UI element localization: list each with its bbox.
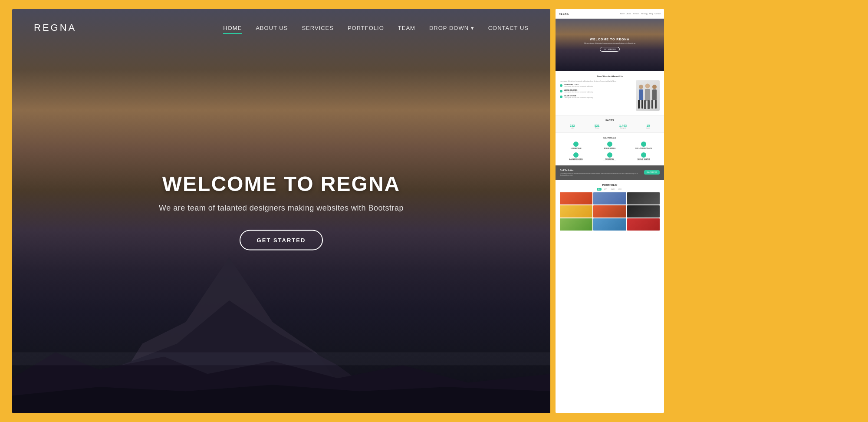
svg-rect-15 bbox=[651, 100, 653, 109]
thumb-portfolio-item-6 bbox=[627, 205, 660, 218]
svg-rect-4 bbox=[12, 353, 550, 366]
thumb-feature-dot-2 bbox=[560, 90, 562, 92]
thumb-service-icon-6 bbox=[641, 152, 646, 158]
thumb-feature-dot-1 bbox=[560, 84, 562, 87]
thumb-cta-text: Call To Action Far far away behind the w… bbox=[560, 169, 642, 176]
thumb-service-icon-2 bbox=[607, 142, 612, 147]
thumb-service-text-4: Lorem ipsum dolor sit amet bbox=[560, 160, 592, 162]
thumb-about-title: Few Words About Us bbox=[560, 75, 660, 78]
thumb-fact-num-2: 521 bbox=[595, 124, 600, 127]
thumb-feature-sub-3: Lorem ipsum dolor sit amet consectetur a… bbox=[564, 97, 593, 99]
thumb-fact-1: 232 Labe bbox=[570, 124, 575, 129]
get-started-button[interactable]: GET STARTED bbox=[240, 230, 323, 251]
thumb-portfolio-section: PORTFOLIO ALL APP CARD WEB bbox=[556, 180, 664, 234]
thumb-nav-services: Services bbox=[633, 13, 639, 15]
nav-item-services[interactable]: SERVICES bbox=[302, 24, 334, 32]
thumb-cta-banner: Call To Action Far far away behind the w… bbox=[556, 165, 664, 180]
thumb-fact-label-2: Repas bbox=[595, 127, 600, 129]
thumb-services-grid: LOREM IPSUM Lorem ipsum dolor sit amet D… bbox=[560, 142, 660, 162]
svg-rect-7 bbox=[638, 100, 640, 109]
svg-rect-11 bbox=[644, 100, 646, 109]
thumb-hero: WELCOME TO REGNA We are team of talanted… bbox=[556, 19, 664, 71]
thumb-facts-grid: 232 Labe 521 Repas 1,463 Cumquest 15 Asp… bbox=[560, 124, 660, 129]
thumb-team-image bbox=[636, 80, 660, 111]
svg-rect-8 bbox=[641, 100, 643, 109]
nav-item-portfolio[interactable]: PORTFOLIO bbox=[348, 24, 384, 32]
nav-links: HOME ABOUT US SERVICES PORTFOLIO TEAM DR… bbox=[223, 24, 529, 32]
thumb-portfolio-item-2 bbox=[593, 192, 626, 204]
thumb-service-text-2: Lorem ipsum dolor sit amet bbox=[594, 149, 626, 151]
thumb-hero-title: WELCOME TO REGNA bbox=[590, 38, 629, 41]
thumb-fact-label-4: Asper bbox=[647, 127, 650, 129]
thumb-service-icon-5 bbox=[607, 152, 612, 158]
thumb-cta-banner-button: CALL TO ACTION bbox=[644, 170, 660, 175]
navbar: REGNA HOME ABOUT US SERVICES PORTFOLIO T… bbox=[12, 9, 550, 46]
thumb-service-2: DOLOR SITREA Lorem ipsum dolor sit amet bbox=[594, 142, 626, 151]
right-panel-thumbnail: REGNA Home About Services Strategy Blog … bbox=[556, 9, 664, 413]
thumb-nav-home: Home bbox=[620, 13, 625, 15]
svg-rect-6 bbox=[639, 89, 643, 100]
nav-item-dropdown[interactable]: DROP DOWN bbox=[429, 24, 474, 32]
hero-title: WELCOME TO REGNA bbox=[66, 172, 496, 196]
thumb-service-4: MAGNA DOLORES Lorem ipsum dolor sit amet bbox=[560, 152, 592, 162]
thumb-facts-section: FACTS 232 Labe 521 Repas 1,463 Cumquest … bbox=[556, 115, 664, 132]
thumb-feature-3: DOLOR SIT ITEM Lorem ipsum dolor sit ame… bbox=[560, 95, 633, 99]
thumb-filter-all: ALL bbox=[597, 188, 602, 191]
thumb-service-icon-1 bbox=[573, 142, 579, 147]
svg-point-13 bbox=[652, 85, 657, 89]
thumb-nav-contact: Contact bbox=[654, 13, 661, 15]
thumb-facts-title: FACTS bbox=[560, 119, 660, 122]
thumb-portfolio-grid bbox=[560, 192, 660, 231]
thumb-feature-sub-1: Lorem ipsum dolor sit amet consectetur a… bbox=[564, 86, 593, 88]
thumb-hero-sub: We are team of talanted designers making… bbox=[580, 42, 640, 44]
thumb-service-5: NEMO ENIM Lorem ipsum dolor sit amet bbox=[594, 152, 626, 162]
thumb-fact-4: 15 Asper bbox=[647, 124, 650, 129]
thumb-service-1: LOREM IPSUM Lorem ipsum dolor sit amet bbox=[560, 142, 592, 151]
nav-item-team[interactable]: TEAM bbox=[398, 24, 415, 32]
thumb-portfolio-item-3 bbox=[627, 192, 660, 204]
nav-item-about[interactable]: ABOUT US bbox=[256, 24, 288, 32]
thumb-feature-dot-3 bbox=[560, 96, 562, 98]
thumb-navbar: REGNA Home About Services Strategy Blog … bbox=[556, 9, 664, 19]
thumb-services-title: SERVICES bbox=[560, 136, 660, 139]
thumb-fact-label-1: Labe bbox=[570, 127, 575, 129]
thumb-nav-strategy: Strategy bbox=[641, 13, 648, 15]
thumb-feature-sub-2: Lorem ipsum dolor sit amet consectetur a… bbox=[564, 92, 593, 93]
svg-marker-3 bbox=[12, 385, 550, 413]
thumb-fact-num-4: 15 bbox=[647, 124, 650, 127]
thumb-filter-web: WEB bbox=[617, 188, 623, 191]
thumb-portfolio-filters: ALL APP CARD WEB bbox=[560, 188, 660, 191]
thumb-service-icon-3 bbox=[641, 142, 646, 147]
thumb-about-section: Few Words About Us Lorem ipsum dolor sit… bbox=[556, 71, 664, 115]
thumb-cta-banner-sub: Far far away behind the word mountains f… bbox=[560, 173, 642, 176]
thumb-service-text-5: Lorem ipsum dolor sit amet bbox=[594, 160, 626, 162]
thumb-portfolio-item-5 bbox=[593, 205, 626, 218]
thumb-portfolio-item-7 bbox=[560, 218, 592, 231]
thumb-filter-card: CARD bbox=[610, 188, 616, 191]
thumb-about-para: Lorem ipsum dolor sit amet consectetur a… bbox=[560, 80, 633, 82]
thumb-fact-2: 521 Repas bbox=[595, 124, 600, 129]
thumb-feature-2: MAGNA DOLORES Lorem ipsum dolor sit amet… bbox=[560, 89, 633, 93]
thumb-brand: REGNA bbox=[559, 13, 569, 15]
thumb-portfolio-item-8 bbox=[593, 218, 626, 231]
thumb-service-text-6: Lorem ipsum dolor sit amet bbox=[628, 160, 660, 162]
thumb-fact-3: 1,463 Cumquest bbox=[619, 124, 627, 129]
nav-item-contact[interactable]: CONTACT US bbox=[488, 24, 529, 32]
svg-point-5 bbox=[639, 85, 643, 89]
thumb-feature-1: EXPANDERE TUTAS Lorem ipsum dolor sit am… bbox=[560, 84, 633, 88]
thumb-filter-app: APP bbox=[603, 188, 608, 191]
thumb-fact-num-1: 232 bbox=[570, 124, 575, 127]
thumb-portfolio-item-9 bbox=[627, 218, 660, 231]
svg-point-9 bbox=[645, 84, 650, 89]
thumb-service-text-3: Lorem ipsum dolor sit amet bbox=[628, 149, 660, 151]
thumb-service-6: FACILIS TANTUR Lorem ipsum dolor sit ame… bbox=[628, 152, 660, 162]
thumb-portfolio-title: PORTFOLIO bbox=[560, 184, 660, 186]
thumb-nav-about: About bbox=[626, 13, 631, 15]
thumb-service-icon-4 bbox=[573, 152, 579, 158]
thumb-service-3: SED UT PERSPICIATIS Lorem ipsum dolor si… bbox=[628, 142, 660, 151]
nav-item-home[interactable]: HOME bbox=[223, 24, 242, 32]
svg-rect-16 bbox=[655, 100, 657, 109]
svg-rect-12 bbox=[648, 100, 650, 109]
thumb-team-silhouette bbox=[636, 80, 660, 111]
hero-subtitle: We are team of talanted designers making… bbox=[66, 204, 496, 213]
